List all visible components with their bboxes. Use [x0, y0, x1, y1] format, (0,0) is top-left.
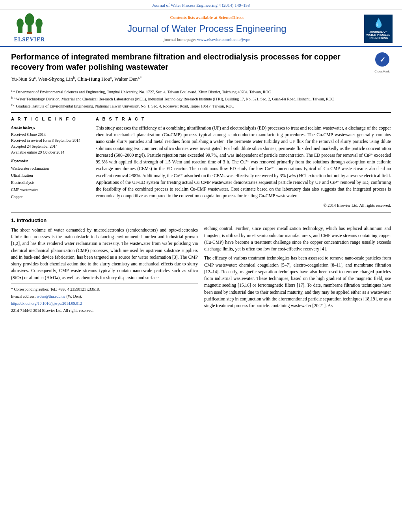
section1-title: 1. Introduction: [11, 217, 198, 224]
text-column-left: 1. Introduction The sheer volume of wate…: [11, 217, 198, 315]
keyword-1: Wastewater reclamation: [11, 165, 84, 172]
affiliation-b: b ᵇ Water Technology Division, Material …: [11, 96, 391, 102]
received-revised-date: Received in revised form 3 September 201…: [11, 137, 84, 143]
keywords-label: Keywords:: [11, 158, 84, 164]
journal-homepage: journal homepage: www.elsevier.com/locat…: [55, 37, 359, 43]
article-info-heading: A R T I C L E I N F O: [11, 116, 84, 122]
received-date: Received 8 June 2014: [11, 132, 84, 137]
doi-link[interactable]: http://dx.doi.org/10.1016/j.jwpe.2014.09…: [11, 301, 82, 306]
accepted-date: Accepted 24 September 2014: [11, 143, 84, 149]
article-info-column: A R T I C L E I N F O Article history: R…: [11, 116, 90, 208]
affiliations: a ᵃ Department of Environmental Sciences…: [11, 89, 391, 109]
svg-point-3: [25, 13, 34, 26]
article-history-group: Article history: Received 8 June 2014 Re…: [11, 125, 84, 155]
elsevier-wordmark: ELSEVIER: [14, 36, 45, 44]
section1-col2-para2: The efficacy of various treatment techno…: [204, 255, 391, 309]
authors-line: Yu-Nun Sua, Wen-Shyong Linb, Chia-Hung H…: [11, 75, 369, 83]
homepage-url[interactable]: www.elsevier.com/locate/jwpe: [197, 37, 250, 42]
journal-reference: Journal of Water Process Engineering 4 (…: [152, 3, 249, 7]
crossmark-badge: ✓ CrossMark: [373, 52, 391, 74]
journal-header: ELSEVIER Contents lists available at Sci…: [0, 9, 402, 47]
svg-point-1: [17, 19, 24, 28]
section1-col2-para1: etching control. Further, since copper m…: [204, 225, 391, 252]
page: Journal of Water Process Engineering 4 (…: [0, 0, 402, 319]
abstract-column: A B S T R A C T This study assesses the …: [90, 116, 391, 208]
elsevier-logo-section: ELSEVIER: [8, 13, 51, 44]
footnote-corresponding: * Corresponding author. Tel.: +886 4 235…: [11, 286, 198, 292]
keyword-5: Copper: [11, 193, 84, 200]
logo-text: JOURNAL OF WATER PROCESS ENGINEERING: [367, 30, 391, 40]
article-info-abstract: A R T I C L E I N F O Article history: R…: [11, 112, 391, 208]
section1-col1-para1: The sheer volume of water demanded by mi…: [11, 227, 198, 281]
keywords-list: Wastewater reclamation Ultrafiltration E…: [11, 165, 84, 200]
affiliation-a: a ᵃ Department of Environmental Sciences…: [11, 89, 391, 95]
article-title-section: Performance of integrated membrane filtr…: [11, 52, 391, 85]
svg-rect-6: [27, 32, 32, 34]
article-title-wrapper: Performance of integrated membrane filtr…: [11, 52, 369, 85]
journal-logo-section: 💧 JOURNAL OF WATER PROCESS ENGINEERING: [363, 15, 394, 43]
text-column-right: etching control. Further, since copper m…: [204, 217, 391, 315]
abstract-copyright: © 2014 Elsevier Ltd. All rights reserved…: [96, 203, 391, 209]
water-drop-icon: 💧: [373, 17, 384, 30]
elsevier-tree-icon: [16, 13, 43, 35]
keyword-4: CMP wastewater: [11, 186, 84, 193]
section-divider: [11, 212, 391, 213]
main-text: 1. Introduction The sheer volume of wate…: [11, 217, 391, 315]
svg-point-5: [35, 19, 43, 28]
journal-logo-box: 💧 JOURNAL OF WATER PROCESS ENGINEERING: [364, 15, 393, 43]
journal-title: Journal of Water Process Engineering: [55, 22, 359, 35]
available-date: Available online 29 October 2014: [11, 149, 84, 155]
abstract-text: This study assesses the efficiency of a …: [96, 125, 391, 200]
footnote-area: * Corresponding author. Tel.: +886 4 235…: [11, 284, 198, 313]
journal-title-section: Contents lists available at ScienceDirec…: [51, 15, 363, 43]
sciencedirect-label: Contents lists available at ScienceDirec…: [55, 15, 359, 20]
sciencedirect-name: ScienceDirect: [218, 15, 244, 20]
article-body: Performance of integrated membrane filtr…: [0, 47, 402, 319]
keyword-2: Ultrafiltration: [11, 172, 84, 179]
top-bar: Journal of Water Process Engineering 4 (…: [0, 0, 402, 9]
abstract-heading: A B S T R A C T: [96, 116, 391, 122]
crossmark-icon: ✓: [374, 52, 390, 67]
affiliation-c: c ᶜ Graduate Institute of Environmental …: [11, 103, 391, 109]
email-link[interactable]: wden@thu.edu.tw: [37, 294, 65, 298]
footnote-email: E-mail address: wden@thu.edu.tw (W. Den)…: [11, 293, 198, 299]
footnote-issn: 2214-7144/© 2014 Elsevier Ltd. All right…: [11, 308, 198, 313]
keywords-group: Keywords: Wastewater reclamation Ultrafi…: [11, 158, 84, 200]
history-label: Article history:: [11, 125, 84, 130]
keyword-3: Electrodialysis: [11, 179, 84, 186]
article-title: Performance of integrated membrane filtr…: [11, 52, 369, 72]
footnote-doi: http://dx.doi.org/10.1016/j.jwpe.2014.09…: [11, 300, 198, 306]
svg-text:✓: ✓: [379, 56, 385, 64]
